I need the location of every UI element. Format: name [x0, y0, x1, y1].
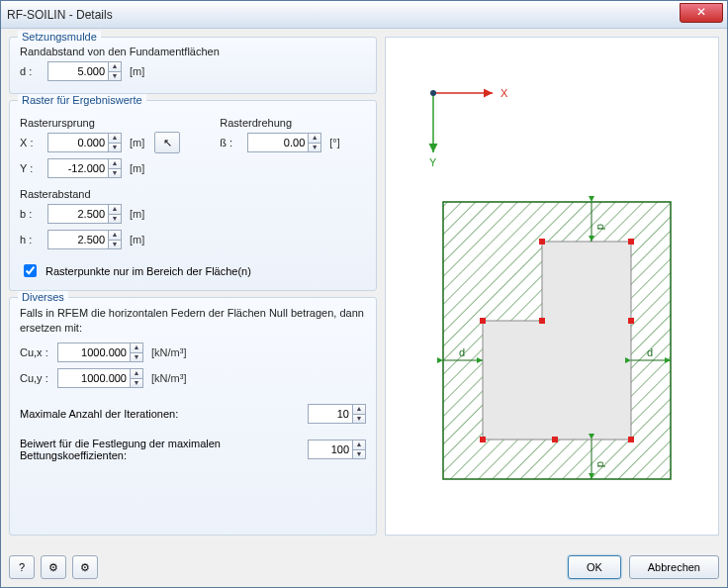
group-title-setzungsmulde: Setzungsmulde: [18, 31, 101, 43]
h-label: h :: [20, 234, 47, 245]
cuy-label: Cu,y :: [20, 372, 57, 384]
dim-d-left: d: [459, 346, 465, 358]
spin-up-icon[interactable]: ▲: [130, 343, 143, 352]
diverses-intro: Falls in RFEM die horizontalen Federn de…: [20, 306, 366, 337]
close-button[interactable]: ✕: [680, 3, 723, 23]
spin-up-icon[interactable]: ▲: [108, 204, 122, 214]
cux-label: Cu,x :: [20, 346, 57, 358]
ursprung-label: Rasterursprung: [20, 117, 180, 129]
group-title-raster: Raster für Ergebniswerte: [18, 94, 146, 106]
spin-down-icon[interactable]: ▼: [130, 352, 143, 362]
spin-down-icon[interactable]: ▼: [352, 449, 366, 459]
ok-button[interactable]: OK: [568, 555, 621, 579]
spin-up-icon[interactable]: ▲: [108, 230, 122, 240]
d-unit: [m]: [130, 65, 144, 77]
cux-input[interactable]: [57, 343, 131, 362]
beta-unit: [°]: [329, 137, 340, 148]
spin-down-icon[interactable]: ▼: [108, 214, 122, 224]
y-input[interactable]: [47, 158, 109, 178]
abstand-label: Rasterabstand: [20, 188, 366, 200]
dialog-window: RF-SOILIN - Details ✕ Setzungsmulde Rand…: [0, 0, 728, 588]
svg-rect-10: [480, 318, 486, 324]
cux-unit: [kN/m³]: [151, 346, 186, 358]
spin-down-icon[interactable]: ▼: [108, 143, 122, 152]
pick-point-button[interactable]: ↖: [154, 132, 180, 153]
svg-point-3: [430, 90, 436, 96]
group-raster: Raster für Ergebniswerte Rasterursprung …: [9, 100, 377, 291]
d-input[interactable]: [47, 61, 109, 81]
titlebar: RF-SOILIN - Details ✕: [1, 1, 727, 29]
group-setzungsmulde: Setzungsmulde Randabstand von den Fundam…: [9, 37, 377, 94]
beiwert-label: Beiwert für die Festlegung der maximalen…: [20, 438, 308, 461]
spin-up-icon[interactable]: ▲: [108, 61, 122, 71]
iter-input[interactable]: [308, 404, 353, 424]
group-title-diverses: Diverses: [18, 291, 68, 303]
spin-up-icon[interactable]: ▲: [352, 404, 366, 414]
dim-d-top: d: [595, 224, 607, 230]
spin-up-icon[interactable]: ▲: [308, 133, 321, 143]
svg-rect-9: [480, 437, 486, 442]
rasterpoints-label: Rasterpunkte nur im Bereich der Fläche(n…: [46, 265, 251, 277]
spin-down-icon[interactable]: ▼: [352, 414, 366, 424]
x-input[interactable]: [47, 133, 109, 152]
spin-down-icon[interactable]: ▼: [108, 71, 122, 81]
svg-rect-5: [539, 239, 545, 245]
cuy-unit: [kN/m³]: [151, 372, 186, 384]
beiwert-input[interactable]: [308, 440, 353, 459]
group-diverses: Diverses Falls in RFEM die horizontalen …: [9, 297, 377, 536]
cuy-input[interactable]: [57, 368, 131, 388]
svg-rect-6: [628, 239, 634, 245]
units-button-2[interactable]: ⚙: [72, 555, 98, 579]
svg-rect-7: [628, 318, 634, 324]
dim-d-bottom: d: [595, 461, 607, 467]
svg-rect-8: [628, 437, 634, 442]
iter-label: Maximale Anzahl der Iterationen:: [20, 408, 308, 420]
cancel-button[interactable]: Abbrechen: [629, 555, 719, 579]
units-button-1[interactable]: ⚙: [41, 555, 66, 579]
h-input[interactable]: [47, 230, 109, 249]
d-label: d :: [20, 65, 47, 77]
window-title: RF-SOILIN - Details: [7, 8, 113, 22]
axis-y-label: Y: [429, 156, 437, 168]
spin-down-icon[interactable]: ▼: [108, 168, 122, 178]
b-label: b :: [20, 208, 47, 220]
rasterpoints-checkbox[interactable]: [24, 264, 37, 277]
x-unit: [m]: [130, 137, 144, 148]
beta-label: ß :: [220, 137, 247, 148]
svg-rect-11: [539, 318, 545, 324]
preview-panel: X Y: [385, 37, 719, 536]
dim-d-right: d: [647, 346, 653, 358]
spin-up-icon[interactable]: ▲: [352, 440, 366, 449]
diagram-svg: X Y: [404, 63, 700, 509]
spin-up-icon[interactable]: ▲: [108, 158, 122, 168]
spin-down-icon[interactable]: ▼: [308, 143, 321, 152]
axis-x-label: X: [500, 87, 508, 99]
drehung-label: Rasterdrehung: [220, 117, 366, 129]
svg-rect-12: [552, 437, 558, 442]
spin-up-icon[interactable]: ▲: [130, 368, 143, 378]
help-button[interactable]: ?: [9, 555, 35, 579]
b-input[interactable]: [47, 204, 109, 224]
y-unit: [m]: [130, 162, 144, 174]
h-unit: [m]: [130, 234, 144, 245]
rand-label: Randabstand von den Fundamentflächen: [20, 46, 366, 57]
x-label: X :: [20, 137, 47, 148]
spin-up-icon[interactable]: ▲: [108, 133, 122, 143]
spin-down-icon[interactable]: ▼: [108, 240, 122, 249]
beta-input[interactable]: [247, 133, 309, 152]
spin-down-icon[interactable]: ▼: [130, 378, 143, 388]
y-label: Y :: [20, 162, 47, 174]
b-unit: [m]: [130, 208, 144, 220]
